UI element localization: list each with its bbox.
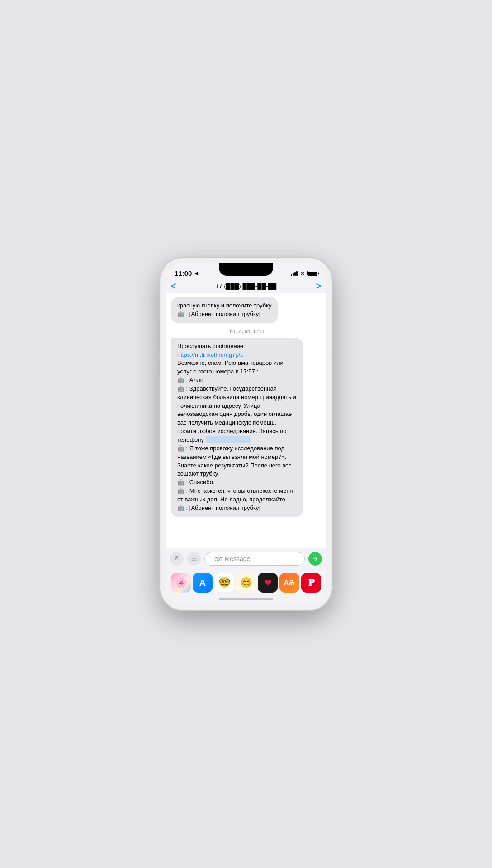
dating-app-icon[interactable]: ❤ <box>258 573 278 593</box>
input-placeholder: Text Message <box>211 555 250 562</box>
message-bubble-2: Прослушать сообщение: https://m.tinkoff.… <box>171 338 303 517</box>
status-time: 11:00 ◀ <box>175 269 198 277</box>
message-bubble: красную кнопку и положите трубку 🤖 : [Аб… <box>171 297 278 323</box>
vol-up-button <box>158 337 160 354</box>
camera-button[interactable] <box>170 552 184 566</box>
signal-bars <box>291 271 298 276</box>
back-button[interactable]: < <box>171 280 177 292</box>
phone-screen: 11:00 ◀ ⊜ < +7 (███) ███-██-██ <box>166 263 326 605</box>
phone-number-link[interactable]: 8██████████ <box>206 436 251 443</box>
timestamp: Thu, 2 Jun, 17:58 <box>171 329 321 334</box>
send-button[interactable] <box>308 552 322 566</box>
input-bar: Text Message <box>166 548 326 569</box>
location-icon: ◀ <box>194 271 198 276</box>
photos-app-icon[interactable]: 🌸 <box>171 573 191 593</box>
messages-area[interactable]: красную кнопку и положите трубку 🤖 : [Аб… <box>166 293 326 548</box>
notch <box>219 263 273 276</box>
svg-point-0 <box>175 557 178 560</box>
battery-icon <box>308 271 317 276</box>
translator-app-icon[interactable]: Aあ <box>279 573 299 593</box>
phone-frame: 11:00 ◀ ⊜ < +7 (███) ███-██-██ <box>160 258 332 610</box>
bitmoji-app-icon[interactable]: 🤓 <box>214 573 234 593</box>
pinterest-app-icon[interactable]: 𝐏 <box>301 573 321 593</box>
wifi-icon: ⊜ <box>300 270 305 277</box>
app-dock: 🌸 A 🤓 😊 ❤ Aあ 𝐏 <box>166 569 326 595</box>
appstore-button[interactable] <box>187 552 201 566</box>
forward-button[interactable]: > <box>315 280 321 292</box>
status-icons: ⊜ <box>291 270 317 277</box>
home-indicator <box>166 595 326 605</box>
contact-number[interactable]: +7 (███) ███-██-██ <box>215 283 276 289</box>
appstore-app-icon[interactable]: A <box>193 573 213 593</box>
vol-down-button <box>158 358 160 374</box>
tinkoff-link[interactable]: https://m.tinkoff.ru/dg7p/c <box>177 351 243 358</box>
memoji-app-icon[interactable]: 😊 <box>236 573 256 593</box>
text-message-input[interactable]: Text Message <box>204 552 305 566</box>
nav-bar: < +7 (███) ███-██-██ > <box>166 281 326 293</box>
